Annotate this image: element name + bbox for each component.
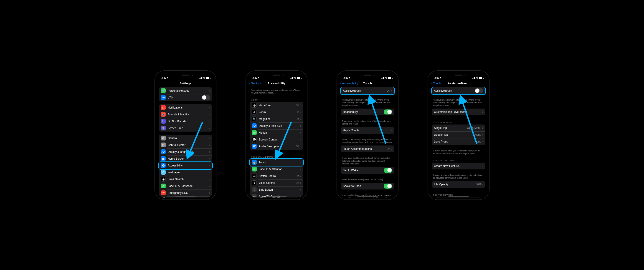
settings-row[interactable]: ☾ Do Not Disturb › bbox=[158, 118, 212, 125]
settings-row[interactable]: Devices › bbox=[432, 197, 486, 197]
toggle-switch[interactable] bbox=[384, 168, 392, 173]
toggle-switch[interactable] bbox=[384, 184, 392, 189]
screen-content: Accessibility features help you customiz… bbox=[248, 87, 305, 197]
signal-bars-icon bbox=[472, 77, 475, 79]
row-label: Sounds & Haptics bbox=[168, 113, 209, 116]
chevron-right-icon: › bbox=[482, 133, 483, 136]
row-label: Haptic Touch bbox=[343, 129, 391, 132]
settings-row: Tap to Wake bbox=[341, 167, 394, 174]
settings-row[interactable]: ◐ Motion › bbox=[250, 129, 303, 136]
chevron-right-icon: › bbox=[300, 174, 301, 178]
settings-row[interactable]: AssistiveTouch Off› bbox=[341, 87, 394, 94]
row-label: Touch bbox=[259, 161, 300, 164]
nav-title: Settings bbox=[180, 82, 191, 85]
screen-content: AssistiveTouch AssistiveTouch allows you… bbox=[430, 87, 487, 197]
settings-row[interactable]: ◉ Siri & Search › bbox=[158, 176, 212, 183]
settings-row[interactable]: 💬 Spoken Content › bbox=[250, 136, 303, 143]
nav-bar: ‹Touch AssistiveTouch bbox=[430, 80, 487, 87]
chevron-right-icon: › bbox=[482, 140, 483, 143]
wifi-icon bbox=[476, 77, 478, 79]
flower-icon: ✿ bbox=[161, 170, 166, 175]
settings-row[interactable]: 🔗 Personal Hotspot › bbox=[158, 87, 212, 94]
siri-icon: ◉ bbox=[161, 177, 166, 182]
settings-row[interactable]: ▦ Home Screen › bbox=[158, 155, 212, 162]
notch bbox=[446, 73, 471, 78]
chevron-right-icon: › bbox=[482, 164, 483, 168]
nav-back-button[interactable]: ‹Accessibility bbox=[340, 81, 358, 85]
status-time: 3:32➤ bbox=[161, 76, 168, 79]
settings-row: VPN VPN bbox=[158, 94, 212, 101]
hotspot-icon: 🔗 bbox=[161, 88, 166, 93]
row-value: Off bbox=[296, 145, 299, 148]
chevron-right-icon: › bbox=[300, 131, 301, 134]
settings-row[interactable]: Idle Opacity 40%› bbox=[432, 181, 486, 188]
chevron-right-icon: › bbox=[300, 138, 301, 141]
status-time: 3:32➤ bbox=[252, 76, 260, 79]
row-label: VPN bbox=[168, 96, 202, 99]
nav-back-button[interactable]: ‹Settings bbox=[249, 81, 262, 85]
settings-row[interactable]: ▯ Side Button › bbox=[250, 186, 303, 193]
settings-row[interactable]: Single-Tap Open Menu› bbox=[432, 124, 486, 131]
ad-icon: AD bbox=[252, 144, 257, 149]
sidebutton-icon: ▯ bbox=[252, 187, 257, 192]
faceid-icon: ☺ bbox=[252, 167, 257, 172]
screen-content: AssistiveTouch Off› AssistiveTouch allow… bbox=[339, 87, 396, 197]
settings-row[interactable]: ☺ Face ID & Passcode › bbox=[158, 183, 212, 190]
settings-row[interactable]: 🔍 Magnifier Off› bbox=[250, 116, 303, 122]
settings-row[interactable]: ✿ Wallpaper › bbox=[158, 169, 212, 176]
settings-row[interactable]: Create New Gesture... › bbox=[432, 163, 486, 169]
settings-row[interactable]: ➊ Accessibility › bbox=[158, 162, 212, 169]
row-label: Side Button bbox=[259, 188, 300, 191]
settings-row[interactable]: ☺ Face ID & Attention › bbox=[250, 166, 303, 173]
settings-row[interactable]: ⚙ General › bbox=[158, 135, 212, 142]
remote-icon: ▭ bbox=[252, 194, 257, 197]
sliders-icon: ⊟ bbox=[161, 143, 166, 147]
chevron-right-icon: › bbox=[300, 117, 301, 121]
location-arrow-icon: ➤ bbox=[258, 77, 260, 79]
chevron-right-icon: › bbox=[209, 106, 210, 109]
row-label: Double-Tap bbox=[434, 133, 475, 136]
chevron-right-icon: › bbox=[300, 195, 301, 197]
grid-icon: ▦ bbox=[161, 156, 166, 161]
row-label: Accessibility bbox=[168, 164, 209, 167]
row-label: Reachability bbox=[343, 110, 384, 113]
row-label: Motion bbox=[259, 131, 300, 134]
settings-row[interactable]: AA Display & Brightness › bbox=[158, 149, 212, 155]
section-footer: If you tend to shake your iPhone by acci… bbox=[339, 193, 396, 197]
chevron-right-icon: › bbox=[209, 164, 210, 167]
settings-row[interactable]: Long Press None› bbox=[432, 138, 486, 145]
settings-row[interactable]: Haptic Touch › bbox=[341, 127, 394, 134]
row-value: Off bbox=[387, 147, 390, 151]
toggle-switch[interactable] bbox=[202, 95, 210, 100]
settings-row[interactable]: ◻ Notifications › bbox=[158, 104, 212, 111]
settings-row[interactable]: ● Voice Control Off› bbox=[250, 180, 303, 186]
section-footer: If you have trouble using the touch scre… bbox=[339, 156, 396, 167]
settings-row[interactable]: AD Audio Descriptions Off› bbox=[250, 143, 303, 150]
notch bbox=[173, 73, 198, 78]
home-indicator bbox=[357, 196, 378, 197]
chevron-right-icon: › bbox=[209, 171, 210, 174]
settings-row[interactable]: ▭ Apple TV Remote › bbox=[250, 193, 303, 197]
vpn-icon: VPN bbox=[161, 95, 166, 100]
settings-row[interactable]: ⏳ Screen Time › bbox=[158, 125, 212, 131]
row-label: VoiceOver bbox=[259, 104, 296, 107]
settings-row[interactable]: ⇄ Switch Control Off› bbox=[250, 173, 303, 180]
home-indicator bbox=[266, 196, 287, 197]
settings-row[interactable]: Customize Top Level Menu › bbox=[432, 108, 486, 115]
settings-row[interactable]: ☝ Touch › bbox=[250, 159, 303, 166]
settings-group: Devices › bbox=[432, 197, 486, 197]
row-label: Zoom bbox=[259, 111, 296, 114]
toggle-switch[interactable] bbox=[475, 88, 483, 93]
settings-row[interactable]: Double-Tap None› bbox=[432, 131, 486, 138]
nav-back-button[interactable]: ‹Touch bbox=[431, 81, 441, 85]
toggle-switch[interactable] bbox=[384, 109, 392, 114]
settings-row[interactable]: Touch Accommodations Off› bbox=[341, 146, 394, 152]
status-time: 3:33➤ bbox=[344, 76, 351, 79]
settings-row[interactable]: ⊕ Zoom On› bbox=[250, 109, 303, 116]
settings-row[interactable]: SOS Emergency SOS › bbox=[158, 190, 212, 196]
settings-row[interactable]: ◑ VoiceOver Off› bbox=[250, 102, 303, 109]
location-arrow-icon: ➤ bbox=[167, 77, 168, 79]
settings-row[interactable]: 🔊 Sounds & Haptics › bbox=[158, 111, 212, 118]
settings-row[interactable]: ⊟ Control Center › bbox=[158, 142, 212, 149]
settings-row[interactable]: AA Display & Text Size › bbox=[250, 122, 303, 129]
